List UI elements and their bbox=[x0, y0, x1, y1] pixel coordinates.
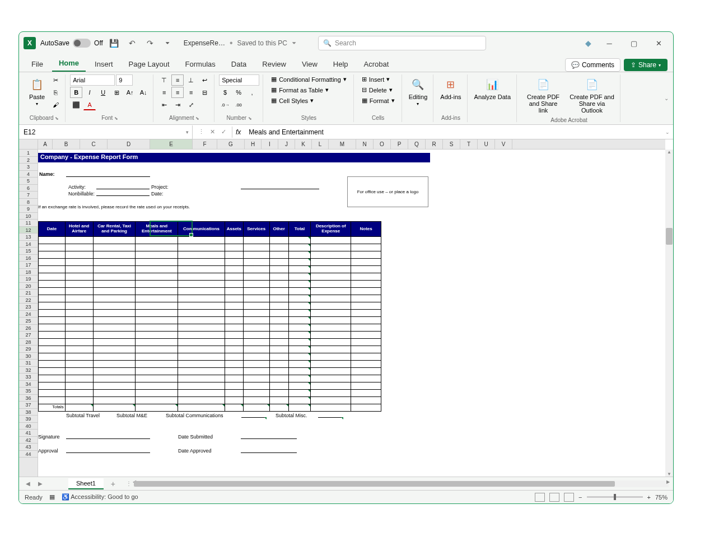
column-header[interactable]: K bbox=[295, 139, 312, 149]
autosave[interactable]: AutoSave Off bbox=[40, 39, 103, 48]
column-header[interactable]: G bbox=[217, 139, 245, 149]
column-header[interactable]: A bbox=[38, 139, 53, 149]
next-sheet-icon[interactable]: ▶ bbox=[36, 479, 45, 488]
tab-page-layout[interactable]: Page Layout bbox=[122, 57, 176, 72]
currency-icon[interactable]: $ bbox=[219, 87, 231, 98]
column-header[interactable]: V bbox=[495, 139, 512, 149]
row-header[interactable]: 19 bbox=[19, 276, 38, 283]
fill-color-button[interactable]: ⬛ bbox=[70, 99, 82, 110]
dialog-launcher-icon[interactable]: ⬊ bbox=[195, 116, 199, 121]
number-format-select[interactable] bbox=[219, 74, 259, 86]
row-header[interactable]: 36 bbox=[19, 395, 38, 402]
underline-button[interactable]: U bbox=[97, 87, 109, 98]
diamond-icon[interactable]: ◆ bbox=[581, 36, 595, 50]
paste-button[interactable]: 📋 Paste ▾ bbox=[27, 74, 47, 109]
zoom-out-icon[interactable]: − bbox=[578, 494, 582, 501]
zoom-slider[interactable] bbox=[587, 496, 643, 498]
row-header[interactable]: 7 bbox=[19, 192, 38, 199]
saved-status[interactable]: Saved to this PC bbox=[237, 39, 287, 47]
align-bottom-icon[interactable]: ⊥ bbox=[185, 74, 197, 86]
scroll-up-icon[interactable]: ▲ bbox=[665, 150, 673, 155]
align-left-icon[interactable]: ≡ bbox=[158, 87, 170, 98]
tab-review[interactable]: Review bbox=[255, 57, 293, 72]
row-header[interactable]: 34 bbox=[19, 381, 38, 388]
italic-button[interactable]: I bbox=[83, 87, 96, 98]
enter-icon[interactable]: ✓ bbox=[218, 127, 228, 138]
row-header[interactable]: 30 bbox=[19, 353, 38, 360]
row-header[interactable]: 28 bbox=[19, 339, 38, 346]
increase-decimal-icon[interactable]: .0→ bbox=[219, 99, 231, 110]
column-header[interactable]: I bbox=[262, 139, 278, 149]
decrease-decimal-icon[interactable]: .00 bbox=[232, 99, 245, 110]
collapse-ribbon-icon[interactable]: ⌄ bbox=[664, 95, 669, 101]
row-header[interactable]: 5 bbox=[19, 178, 38, 185]
macro-icon[interactable]: ▦ bbox=[49, 493, 55, 501]
tab-file[interactable]: File bbox=[25, 57, 50, 72]
column-header[interactable]: M bbox=[329, 139, 356, 149]
table-row[interactable] bbox=[39, 258, 381, 265]
dialog-launcher-icon[interactable]: ⬊ bbox=[55, 116, 59, 121]
scroll-down-icon[interactable]: ▼ bbox=[665, 472, 673, 477]
vertical-scrollbar[interactable]: ▲ ▼ bbox=[665, 150, 673, 477]
table-row[interactable] bbox=[39, 338, 381, 346]
decrease-font-icon[interactable]: A↓ bbox=[137, 87, 150, 98]
row-header[interactable]: 20 bbox=[19, 283, 38, 290]
column-header[interactable]: T bbox=[460, 139, 478, 149]
format-cells-button[interactable]: ▦Format ▾ bbox=[358, 96, 398, 105]
delete-cells-button[interactable]: ⊟Delete ▾ bbox=[358, 85, 398, 95]
row-header[interactable]: 1 bbox=[19, 150, 38, 157]
tab-acrobat[interactable]: Acrobat bbox=[357, 57, 396, 72]
table-row[interactable] bbox=[39, 375, 381, 382]
cut-icon[interactable]: ✂ bbox=[49, 74, 62, 86]
column-header[interactable]: J bbox=[278, 139, 295, 149]
wrap-text-icon[interactable]: ↩ bbox=[198, 74, 211, 86]
tab-data[interactable]: Data bbox=[225, 57, 253, 72]
normal-view-icon[interactable] bbox=[535, 493, 545, 502]
column-header[interactable]: N bbox=[356, 139, 374, 149]
redo-icon[interactable]: ↷ bbox=[143, 36, 157, 50]
table-row[interactable] bbox=[39, 331, 381, 338]
bold-button[interactable]: B bbox=[70, 87, 82, 98]
row-header[interactable]: 32 bbox=[19, 367, 38, 374]
row-header[interactable]: 15 bbox=[19, 248, 38, 255]
tab-insert[interactable]: Insert bbox=[88, 57, 120, 72]
format-as-table-button[interactable]: ▦Format as Table ▾ bbox=[268, 85, 350, 95]
dialog-launcher-icon[interactable]: ⬊ bbox=[248, 116, 252, 121]
page-break-view-icon[interactable] bbox=[564, 493, 574, 502]
row-header[interactable]: 29 bbox=[19, 346, 38, 353]
pdf-share-outlook-button[interactable]: 📄 Create PDF and Share via Outlook bbox=[567, 74, 617, 116]
horizontal-scrollbar[interactable]: ⋮ ◀ ▶ bbox=[134, 480, 669, 487]
table-row[interactable] bbox=[39, 316, 381, 324]
align-center-icon[interactable]: ≡ bbox=[171, 87, 184, 98]
column-header[interactable]: D bbox=[108, 139, 150, 149]
orientation-icon[interactable]: ⤢ bbox=[185, 99, 197, 110]
row-header[interactable]: 38 bbox=[19, 409, 38, 416]
border-button[interactable]: ⊞ bbox=[110, 87, 123, 98]
name-box[interactable]: E12 bbox=[19, 125, 193, 139]
column-header[interactable]: P bbox=[391, 139, 408, 149]
row-header[interactable]: 25 bbox=[19, 318, 38, 325]
table-row[interactable] bbox=[39, 280, 381, 287]
column-header[interactable]: E bbox=[150, 139, 193, 149]
tab-view[interactable]: View bbox=[295, 57, 324, 72]
zoom-in-icon[interactable]: + bbox=[647, 494, 651, 501]
cancel-icon[interactable]: ✕ bbox=[207, 127, 217, 138]
add-sheet-button[interactable]: + bbox=[107, 478, 119, 490]
row-header[interactable]: 33 bbox=[19, 374, 38, 381]
table-row[interactable] bbox=[39, 244, 381, 251]
column-header[interactable]: L bbox=[312, 139, 329, 149]
addins-button[interactable]: ⊞ Add-ins bbox=[438, 74, 463, 102]
column-header[interactable]: U bbox=[478, 139, 495, 149]
row-header[interactable]: 8 bbox=[19, 199, 38, 206]
row-header[interactable]: 24 bbox=[19, 311, 38, 318]
editing-button[interactable]: 🔍 Editing ▾ bbox=[407, 74, 430, 109]
increase-indent-icon[interactable]: ⇥ bbox=[171, 99, 184, 110]
row-header[interactable]: 39 bbox=[19, 416, 38, 423]
dialog-launcher-icon[interactable]: ⬊ bbox=[114, 116, 118, 121]
table-row[interactable] bbox=[39, 251, 381, 258]
row-header[interactable]: 2 bbox=[19, 157, 38, 164]
row-header[interactable]: 3 bbox=[19, 164, 38, 171]
maximize-button[interactable]: ▢ bbox=[624, 34, 644, 52]
hscroll-thumb[interactable] bbox=[134, 481, 615, 487]
table-row[interactable] bbox=[39, 396, 381, 404]
